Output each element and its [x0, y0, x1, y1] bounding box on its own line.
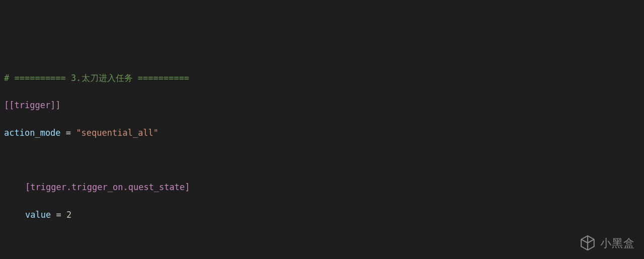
comment-line: # ========== 3.太刀进入任务 ==========: [4, 73, 189, 83]
key-value: value: [25, 210, 51, 220]
num-value: 2: [66, 210, 71, 220]
code-editor[interactable]: # ========== 3.太刀进入任务 ========== [[trigg…: [4, 58, 640, 259]
key-action-mode: action_mode: [4, 128, 61, 138]
section-trigger: [[trigger]]: [4, 100, 61, 110]
operator-eq: =: [61, 128, 76, 138]
value-action-mode: "sequential_all": [76, 128, 158, 138]
section-quest-state: [trigger.trigger_on.quest_state]: [25, 182, 190, 192]
